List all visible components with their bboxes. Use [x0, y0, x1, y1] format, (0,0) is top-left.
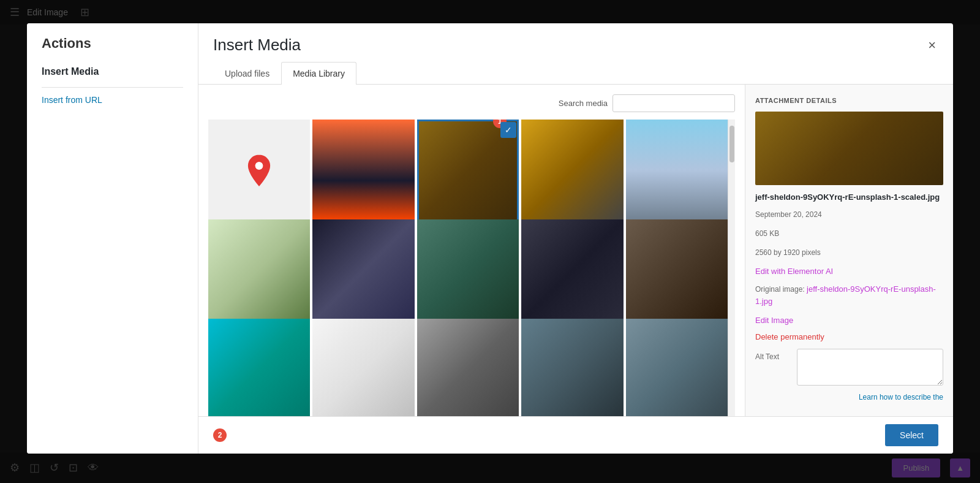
sidebar-insert-media-label: Insert Media	[27, 56, 198, 87]
media-item[interactable]	[521, 319, 623, 416]
tab-upload[interactable]: Upload files	[213, 62, 281, 85]
media-item[interactable]	[521, 219, 623, 321]
insert-media-modal: Actions Insert Media Insert from URL Ins…	[27, 23, 953, 454]
attachment-filename: jeff-sheldon-9SyOKYrq-rE-unsplash-1-scal…	[755, 192, 943, 202]
media-item[interactable]	[417, 319, 519, 416]
selection-check-badge: ✓	[500, 122, 516, 138]
modal-close-button[interactable]: ×	[925, 36, 938, 55]
tab-media-library[interactable]: Media Library	[281, 62, 356, 85]
media-item[interactable]	[417, 219, 519, 321]
footer-selection-badge: 2	[213, 428, 227, 442]
modal-title: Insert Media	[213, 36, 301, 55]
modal-footer: 2 Select	[198, 416, 953, 454]
media-item[interactable]	[626, 319, 728, 416]
media-grid: 1 ✓	[208, 120, 728, 416]
footer-badge-area: 2	[213, 428, 227, 442]
attachment-date: September 20, 2024	[755, 209, 943, 221]
search-label: Search media	[559, 99, 608, 108]
svg-point-0	[255, 162, 263, 170]
search-input[interactable]	[612, 94, 735, 112]
search-row: Search media	[208, 94, 735, 112]
map-pin-image	[208, 120, 310, 221]
media-grid-area: Search media	[198, 85, 745, 416]
alt-text-label: Alt Text	[755, 349, 792, 361]
grid-scrollbar[interactable]	[728, 120, 735, 416]
modal-main-content: Insert Media × Upload files Media Librar…	[198, 23, 953, 454]
attachment-details-title: ATTACHMENT DETAILS	[755, 97, 943, 104]
media-item[interactable]	[208, 219, 310, 321]
insert-from-url-link[interactable]: Insert from URL	[27, 88, 198, 112]
original-image-prefix: Original image:	[755, 285, 807, 294]
attachment-dimensions: 2560 by 1920 pixels	[755, 247, 943, 259]
media-item-selected[interactable]: 1 ✓	[417, 120, 519, 221]
alt-text-row: Alt Text	[755, 349, 943, 386]
media-item[interactable]	[312, 120, 414, 221]
media-body: Search media	[198, 85, 953, 416]
attachment-preview	[755, 112, 943, 185]
attachment-details-panel: ATTACHMENT DETAILS jeff-sheldon-9SyOKYrq…	[745, 85, 953, 416]
attachment-original-image: Original image: jeff-sheldon-9SyOKYrq-rE…	[755, 283, 943, 309]
select-button[interactable]: Select	[885, 424, 938, 446]
modal-sidebar: Actions Insert Media Insert from URL	[27, 23, 198, 454]
edit-image-link[interactable]: Edit Image	[755, 316, 943, 325]
scrollbar-thumb	[729, 126, 734, 162]
modal-header: Insert Media ×	[198, 23, 953, 55]
delete-permanently-link[interactable]: Delete permanently	[755, 332, 943, 341]
media-item[interactable]	[312, 319, 414, 416]
media-item[interactable]	[208, 319, 310, 416]
attachment-filesize: 605 KB	[755, 228, 943, 240]
sidebar-actions-label: Actions	[27, 36, 198, 56]
media-item[interactable]	[626, 219, 728, 321]
learn-link[interactable]: Learn how to describe the	[755, 393, 943, 401]
media-item[interactable]	[312, 219, 414, 321]
media-item[interactable]	[208, 120, 310, 221]
alt-text-input[interactable]	[797, 349, 943, 386]
media-item[interactable]	[626, 120, 728, 221]
media-item[interactable]	[521, 120, 623, 221]
media-tabs: Upload files Media Library	[198, 55, 953, 85]
edit-with-elementor-ai-link[interactable]: Edit with Elementor AI	[755, 267, 943, 276]
